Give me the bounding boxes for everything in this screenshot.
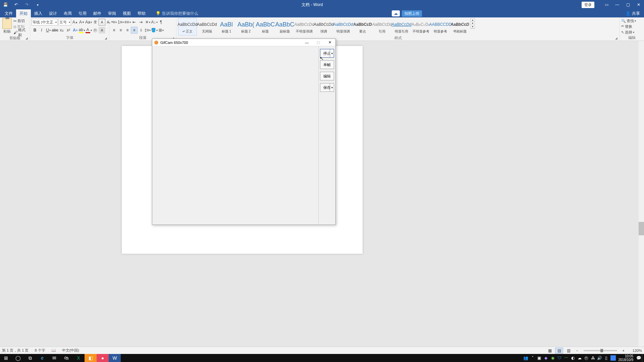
view-web-layout[interactable]: ▥ [565, 348, 573, 354]
minimize-icon[interactable]: — [612, 0, 623, 9]
replace-button[interactable]: ᵃᵇ替换 [621, 24, 636, 29]
gifcam-window[interactable]: GifCam 650x700 — ▢ ✕ 停止▾ 单帧 编辑 保存▾ ↖ [152, 39, 336, 225]
tray-onedrive-icon[interactable]: ☁ [576, 354, 583, 362]
enclose-char-button[interactable]: ㊥ [92, 27, 99, 34]
style-item[interactable]: AaBbCcDd 引用 [373, 18, 391, 36]
redo-icon[interactable]: ↷ [21, 0, 32, 9]
status-page[interactable]: 第 1 页，共 1 页 [2, 348, 29, 353]
style-item[interactable]: AaBbCcD 要点 [353, 18, 372, 36]
tab-references[interactable]: 引用 [75, 9, 90, 17]
tray-network-icon[interactable]: 🖧 [590, 354, 596, 362]
tray-icon[interactable]: ◆ [543, 354, 549, 362]
tab-file[interactable]: 文件 [1, 9, 16, 17]
styles-scroll-up[interactable]: ▴ [471, 18, 475, 22]
style-item[interactable]: AaBbCcDd 明显引用 [392, 18, 411, 36]
gifcam-save-button[interactable]: 保存▾ [320, 83, 334, 92]
tray-ime-icon[interactable]: ㊥ [583, 354, 590, 362]
taskbar-edge-icon[interactable]: e [36, 354, 48, 362]
task-view-icon[interactable]: ⧉ [24, 354, 36, 362]
style-item[interactable]: AABBCCDD 明显参考 [431, 18, 450, 36]
font-size-combo[interactable]: 五号▾ [58, 19, 71, 25]
show-desktop-button[interactable] [642, 354, 644, 362]
underline-button[interactable]: U [45, 27, 52, 34]
style-item[interactable]: AaBbCcDd 不明显强调 [295, 18, 314, 36]
tab-review[interactable]: 审阅 [105, 9, 119, 17]
tray-icon[interactable]: ◐ [570, 354, 576, 362]
copy-button[interactable]: ⧉复制 [13, 24, 29, 29]
styles-more-button[interactable]: ▾ [471, 25, 475, 28]
share-button[interactable]: 👤 共享 [622, 11, 644, 16]
qat-customize-icon[interactable]: ▾ [32, 0, 43, 9]
style-item[interactable]: AaBl 标题 1 [217, 18, 236, 36]
tray-overflow-icon[interactable]: ˄ [529, 354, 536, 362]
maximize-icon[interactable]: ▢ [623, 0, 633, 9]
view-read-mode[interactable]: ▦ [546, 348, 554, 354]
tray-app-icon[interactable] [610, 355, 616, 361]
numbering-button[interactable]: 1≡ [117, 19, 124, 25]
tab-insert[interactable]: 插入 [31, 9, 46, 17]
clipboard-dialog-launcher[interactable]: ◢ [25, 37, 28, 40]
style-item[interactable]: AaBbCcDd 不明显参考 [412, 18, 430, 36]
tray-people-icon[interactable]: 👥 [523, 354, 529, 362]
change-case-button[interactable]: Aa [85, 19, 92, 25]
cortana-icon[interactable]: ◯ [12, 354, 24, 362]
char-border-button[interactable]: A [99, 19, 105, 25]
paste-button[interactable]: 粘贴 [1, 18, 13, 36]
line-spacing-button[interactable]: ‡≡ [144, 27, 151, 34]
phonetic-guide-button[interactable]: 变 [92, 19, 99, 25]
style-item[interactable]: AaBbC 标题 [256, 18, 275, 36]
gifcam-frame-button[interactable]: 单帧 [320, 60, 334, 69]
tray-icon[interactable]: 〰 [563, 354, 570, 362]
multilevel-button[interactable]: ≡≡ [124, 19, 131, 25]
show-marks-button[interactable]: ¶ [158, 19, 164, 25]
decrease-indent-button[interactable]: ⇤ [131, 19, 138, 25]
shading-button[interactable]: 🪣 [151, 27, 158, 34]
tab-home[interactable]: 开始 [16, 9, 31, 17]
chevron-down-icon[interactable]: ▾ [330, 49, 334, 57]
find-button[interactable]: 🔍查找▾ [621, 18, 636, 24]
align-left-button[interactable]: ≡ [111, 27, 117, 34]
view-print-layout[interactable]: ▤ [555, 348, 563, 354]
superscript-button[interactable]: x² [65, 27, 72, 34]
sort-button[interactable]: A↓ [151, 19, 158, 25]
subscript-button[interactable]: x₂ [58, 27, 65, 34]
taskbar-gifcam-icon[interactable]: ● [97, 354, 109, 362]
zoom-out-button[interactable]: − [574, 349, 580, 353]
shrink-font-button[interactable]: A▼ [78, 19, 85, 25]
style-item[interactable]: AaBbCcDd 无间隔 [198, 18, 216, 36]
style-item[interactable]: AaBbCcDd↵ 正文 [178, 18, 197, 36]
tray-icon[interactable]: ▯ [603, 354, 610, 362]
style-item[interactable]: AaBbCcDd 明显强调 [334, 18, 353, 36]
highlight-button[interactable]: ab [78, 27, 85, 34]
status-words[interactable]: 8 个字 [35, 348, 45, 353]
chevron-down-icon[interactable]: ▾ [330, 83, 334, 92]
tray-icon[interactable]: ◉ [549, 354, 556, 362]
styles-dialog-launcher[interactable]: ◢ [615, 37, 618, 40]
taskbar-clock[interactable]: 10:05 2018/10/9 [616, 354, 636, 362]
taskbar-app-icon[interactable]: ◧ [85, 354, 97, 362]
distributed-button[interactable]: ⫴ [138, 27, 144, 34]
close-icon[interactable]: ✕ [633, 0, 644, 9]
style-item[interactable]: AaBbCcDd 强调 [314, 18, 333, 36]
tab-layout[interactable]: 布局 [60, 9, 75, 17]
gifcam-titlebar[interactable]: GifCam 650x700 — ▢ ✕ [152, 39, 335, 46]
zoom-slider-thumb[interactable] [600, 349, 603, 352]
save-icon[interactable]: 💾 [0, 0, 11, 9]
grow-font-button[interactable]: A▲ [72, 19, 78, 25]
upload-button[interactable]: 拍照上传 [402, 10, 422, 17]
font-name-combo[interactable]: 等线 (中文正▾ [32, 19, 58, 25]
asian-layout-button[interactable]: ✕ [144, 19, 151, 25]
justify-button[interactable]: ≡ [131, 27, 138, 34]
taskbar-store-icon[interactable]: 🛍 [60, 354, 72, 362]
tell-me-search[interactable]: 💡 告诉我你想要做什么 [156, 11, 198, 16]
taskbar-word-icon[interactable]: W [109, 354, 121, 362]
tray-security-icon[interactable]: 🛡 [556, 354, 563, 362]
gifcam-edit-button[interactable]: 编辑 [320, 72, 334, 80]
italic-button[interactable]: I [38, 27, 45, 34]
align-right-button[interactable]: ≡ [124, 27, 131, 34]
tray-icon[interactable]: ▣ [536, 354, 543, 362]
taskbar-mail-icon[interactable]: ✉ [48, 354, 60, 362]
style-item[interactable]: AaBb( 标题 2 [236, 18, 255, 36]
cut-button[interactable]: ✂剪切 [13, 18, 29, 24]
status-spellcheck-icon[interactable]: 📖 [51, 348, 56, 353]
